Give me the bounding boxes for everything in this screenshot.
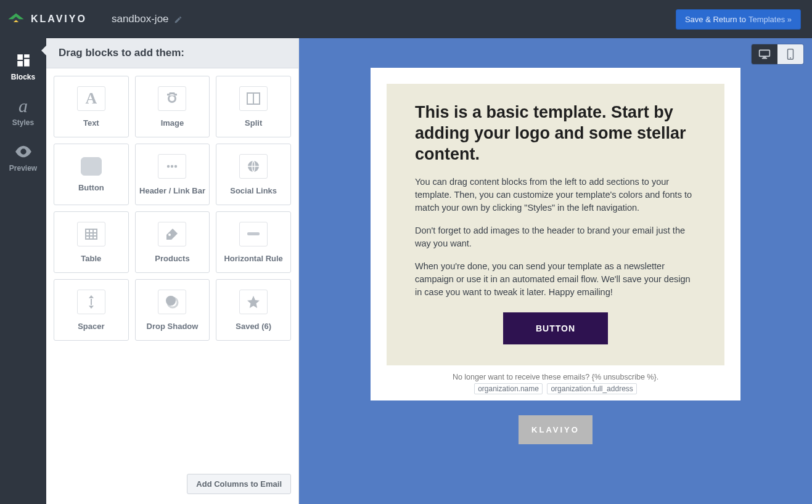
block-tile-saved[interactable]: Saved (6) <box>216 279 291 341</box>
tile-label: Text <box>83 118 99 128</box>
view-desktop-button[interactable] <box>752 44 777 64</box>
left-rail: Blocks a Styles Preview <box>0 38 46 504</box>
rail-item-label: Blocks <box>0 73 46 81</box>
rail-item-preview[interactable]: Preview <box>0 136 46 181</box>
email-cta-button[interactable]: BUTTON <box>503 312 608 344</box>
org-address-chip[interactable]: organization.full_address <box>547 383 636 394</box>
svg-point-12 <box>790 57 791 59</box>
header-link-bar-icon <box>158 154 186 179</box>
powered-by-badge: KLAVIYO <box>519 415 593 444</box>
block-tile-image[interactable]: Image <box>135 76 210 137</box>
email-card[interactable]: This is a basic template. Start by addin… <box>371 68 740 400</box>
svg-rect-10 <box>762 58 767 59</box>
image-icon <box>158 86 186 111</box>
top-bar: KLAVIYO sandbox-joe Save & Return to Tem… <box>0 0 812 38</box>
template-name[interactable]: sandbox-joe <box>112 13 182 25</box>
edit-name-icon[interactable] <box>174 15 182 23</box>
rail-item-styles[interactable]: a Styles <box>0 90 46 136</box>
panel-footer: Add Columns to Email <box>46 466 298 504</box>
tile-label: Horizontal Rule <box>224 254 282 263</box>
save-return-link: Templates » <box>748 15 792 24</box>
horizontal-rule-icon <box>239 222 268 246</box>
brand-text: KLAVIYO <box>31 14 87 25</box>
email-paragraph-3: When you're done, you can send your temp… <box>415 260 696 299</box>
email-content-box[interactable]: This is a basic template. Start by addin… <box>387 84 724 365</box>
block-tile-header-link-bar[interactable]: Header / Link Bar <box>135 144 210 205</box>
org-name-chip[interactable]: organization.name <box>474 383 543 394</box>
tile-label: Saved (6) <box>236 322 271 331</box>
svg-point-2 <box>167 165 170 167</box>
brand-logo: KLAVIYO <box>7 12 87 26</box>
tile-label: Split <box>245 118 262 128</box>
tile-label: Products <box>155 254 189 263</box>
svg-rect-6 <box>86 229 97 239</box>
view-toggle <box>752 44 803 64</box>
spacer-icon <box>77 290 105 314</box>
split-icon <box>239 86 268 111</box>
tile-label: Table <box>81 254 101 263</box>
tile-label: Image <box>161 118 184 128</box>
table-icon <box>77 222 105 246</box>
drop-shadow-icon <box>158 290 186 314</box>
email-heading: This is a basic template. Start by addin… <box>415 102 696 165</box>
button-icon <box>81 157 102 176</box>
tile-label: Spacer <box>78 322 104 331</box>
panel-header: Drag blocks to add them: <box>46 38 298 68</box>
email-paragraph-1: You can drag content blocks from the lef… <box>415 176 696 214</box>
svg-rect-8 <box>760 50 770 56</box>
save-return-button[interactable]: Save & Return to Templates » <box>676 9 801 30</box>
tile-label: Drop Shadow <box>147 322 199 331</box>
block-tile-text[interactable]: A Text <box>54 76 129 137</box>
canvas[interactable]: This is a basic template. Start by addin… <box>299 38 812 504</box>
app-body: Blocks a Styles Preview Drag blocks to a… <box>0 38 812 504</box>
preview-icon <box>15 143 32 160</box>
block-tile-social-links[interactable]: Social Links <box>216 144 291 205</box>
email-paragraph-2: Don't forget to add images to the header… <box>415 224 696 250</box>
add-columns-button[interactable]: Add Columns to Email <box>187 474 291 494</box>
tile-label: Social Links <box>230 186 277 195</box>
template-name-text: sandbox-joe <box>112 13 169 25</box>
blocks-panel: Drag blocks to add them: A Text Image Sp… <box>46 38 299 504</box>
block-tile-table[interactable]: Table <box>54 211 129 273</box>
blocks-grid: A Text Image Split Button <box>46 68 298 353</box>
tile-label: Header / Link Bar <box>139 186 205 195</box>
styles-icon: a <box>15 97 32 115</box>
social-links-icon <box>239 154 268 179</box>
tile-label: Button <box>78 183 104 192</box>
unsubscribe-text: No longer want to receive these emails? … <box>387 373 724 381</box>
block-tile-horizontal-rule[interactable]: Horizontal Rule <box>216 211 291 273</box>
products-icon <box>158 222 186 246</box>
block-tile-products[interactable]: Products <box>135 211 210 273</box>
rail-item-label: Styles <box>0 118 46 127</box>
text-icon: A <box>77 86 105 111</box>
rail-item-blocks[interactable]: Blocks <box>0 44 46 90</box>
blocks-icon <box>15 52 32 69</box>
block-tile-button[interactable]: Button <box>54 144 129 205</box>
svg-point-4 <box>174 165 177 167</box>
svg-rect-9 <box>763 57 766 58</box>
save-return-prefix: Save & Return to <box>685 15 746 24</box>
block-tile-split[interactable]: Split <box>216 76 291 137</box>
svg-point-3 <box>171 165 173 167</box>
block-tile-drop-shadow[interactable]: Drop Shadow <box>135 279 210 341</box>
saved-icon <box>239 290 268 314</box>
email-footer: No longer want to receive these emails? … <box>387 365 724 394</box>
block-tile-spacer[interactable]: Spacer <box>54 279 129 341</box>
rail-item-label: Preview <box>0 164 46 173</box>
view-mobile-button[interactable] <box>777 44 803 64</box>
brand-mark-icon <box>7 12 25 26</box>
